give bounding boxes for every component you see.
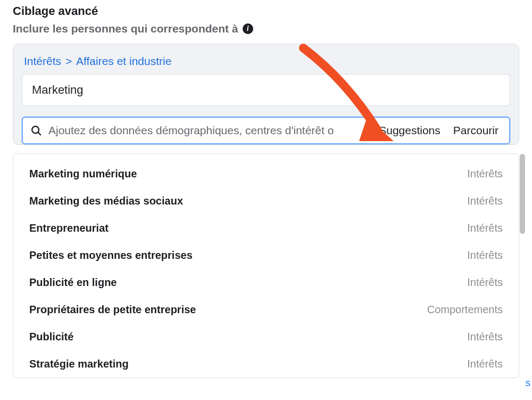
scrollbar[interactable] bbox=[519, 154, 525, 378]
list-item-category: Intérêts bbox=[467, 195, 503, 207]
list-item-category: Comportements bbox=[427, 304, 503, 316]
list-item-category: Intérêts bbox=[467, 222, 503, 234]
list-item-label: Entrepreneuriat bbox=[29, 222, 109, 234]
selected-interest-chip[interactable]: Marketing bbox=[22, 74, 510, 106]
list-item-category: Intérêts bbox=[467, 249, 503, 262]
scrollbar-thumb[interactable] bbox=[520, 154, 525, 234]
section-heading: Ciblage avancé bbox=[13, 4, 519, 18]
svg-line-1 bbox=[38, 133, 41, 135]
targeting-panel: Intérêts > Affaires et industrie Marketi… bbox=[13, 44, 519, 145]
info-icon[interactable]: i bbox=[243, 23, 253, 34]
breadcrumb-root-link[interactable]: Intérêts bbox=[24, 55, 61, 67]
suggestions-dropdown: Marketing numérique Intérêts Marketing d… bbox=[13, 153, 519, 378]
list-item-category: Intérêts bbox=[467, 276, 503, 289]
list-item-label: Petites et moyennes entreprises bbox=[29, 249, 193, 262]
search-icon bbox=[30, 125, 42, 136]
list-item[interactable]: Petites et moyennes entreprises Intérêts bbox=[13, 242, 519, 269]
list-item-label: Marketing des médias sociaux bbox=[29, 195, 183, 207]
list-item[interactable]: Publicité Intérêts bbox=[13, 323, 519, 350]
list-item[interactable]: Marketing des médias sociaux Intérêts bbox=[13, 187, 519, 215]
breadcrumb-child-link[interactable]: Affaires et industrie bbox=[76, 55, 171, 67]
search-row: Suggestions Parcourir bbox=[22, 117, 510, 144]
list-item[interactable]: Propriétaires de petite entreprise Compo… bbox=[13, 296, 519, 323]
list-item-label: Propriétaires de petite entreprise bbox=[29, 304, 196, 316]
list-item-label: Stratégie marketing bbox=[29, 358, 129, 370]
section-subheading: Inclure les personnes qui correspondent … bbox=[13, 22, 238, 35]
list-item-label: Marketing numérique bbox=[29, 168, 137, 180]
list-item[interactable]: Entrepreneuriat Intérêts bbox=[13, 215, 519, 242]
cropped-link-fragment: s bbox=[526, 377, 531, 389]
chevron-right-icon: > bbox=[65, 55, 72, 67]
breadcrumb: Intérêts > Affaires et industrie bbox=[24, 55, 510, 68]
list-item-category: Intérêts bbox=[467, 358, 503, 370]
list-item[interactable]: Marketing numérique Intérêts bbox=[13, 160, 519, 187]
list-item-label: Publicité en ligne bbox=[29, 276, 117, 289]
suggestions-button[interactable]: Suggestions bbox=[376, 123, 444, 138]
list-item[interactable]: Stratégie marketing Intérêts bbox=[13, 350, 519, 378]
list-item-category: Intérêts bbox=[467, 168, 503, 180]
browse-button[interactable]: Parcourir bbox=[450, 123, 502, 138]
list-item-category: Intérêts bbox=[467, 331, 503, 343]
list-item[interactable]: Publicité en ligne Intérêts bbox=[13, 269, 519, 296]
list-item-label: Publicité bbox=[29, 331, 73, 343]
search-input[interactable] bbox=[48, 124, 369, 137]
chip-label: Marketing bbox=[32, 83, 84, 96]
